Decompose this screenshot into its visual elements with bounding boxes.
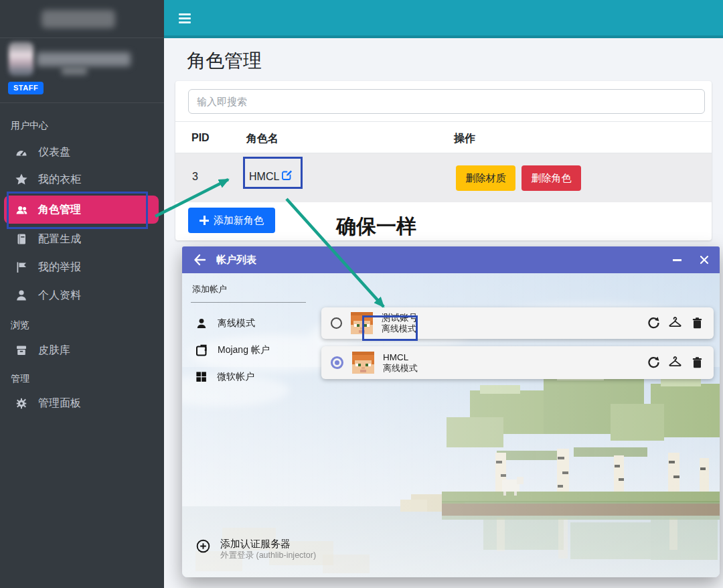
close-icon[interactable] xyxy=(700,255,709,265)
sidebar-item-label: 配置生成 xyxy=(38,232,81,246)
sidebar: STAFF 用户中心 仪表盘 我的衣柜 角色管理 xyxy=(0,0,164,588)
window-titlebar[interactable]: 帐户列表 xyxy=(182,246,720,273)
account-text: 测试账号 离线模式 xyxy=(382,312,418,334)
account-mode: 离线模式 xyxy=(382,323,418,334)
sidebar-item-profile[interactable]: 个人资料 xyxy=(0,282,164,309)
sidebar-item-label: 我的衣柜 xyxy=(38,173,81,187)
delete-player-button[interactable]: 删除角色 xyxy=(521,165,581,191)
sidebar-item-skin-library[interactable]: 皮肤库 xyxy=(0,337,164,364)
delete-player-label: 删除角色 xyxy=(532,172,572,185)
circle-plus-icon xyxy=(195,538,211,554)
account-actions xyxy=(646,356,704,370)
book-icon xyxy=(15,232,28,246)
window-body: 添加帐户 离线模式 Mojang 帐户 xyxy=(182,273,720,577)
mojang-icon xyxy=(195,344,208,357)
sidebar-item-label: 仪表盘 xyxy=(38,145,70,159)
users-icon xyxy=(15,203,28,216)
sidebar-item-label: 个人资料 xyxy=(38,289,81,303)
minecraft-avatar xyxy=(352,352,374,374)
back-arrow-icon[interactable] xyxy=(193,253,208,267)
account-type-offline[interactable]: 离线模式 xyxy=(195,317,255,330)
delete-texture-label: 删除材质 xyxy=(466,172,506,185)
account-type-microsoft[interactable]: 微软帐户 xyxy=(195,370,254,383)
column-header-actions: 操作 xyxy=(454,132,475,146)
sidebar-item-label: 角色管理 xyxy=(38,203,81,217)
gauge-icon xyxy=(15,145,28,159)
add-player-button[interactable]: 添加新角色 xyxy=(188,208,275,233)
sidebar-item-label: 皮肤库 xyxy=(38,344,70,358)
delete-trash-icon[interactable] xyxy=(690,316,704,330)
page-title: 角色管理 xyxy=(187,48,262,74)
person-icon xyxy=(195,317,208,330)
sidebar-section-browse: 浏览 xyxy=(11,319,29,332)
delete-texture-button[interactable]: 删除材质 xyxy=(456,165,515,191)
sidebar-item-closet[interactable]: 我的衣柜 xyxy=(0,166,164,193)
sidebar-item-admin-panel[interactable]: 管理面板 xyxy=(0,390,164,417)
sidebar-section-admin: 管理 xyxy=(11,373,29,385)
column-header-name: 角色名 xyxy=(246,132,278,146)
refresh-icon[interactable] xyxy=(646,356,660,370)
sidebar-item-my-reports[interactable]: 我的举报 xyxy=(0,254,164,281)
user-icon xyxy=(15,289,28,302)
username-blurred xyxy=(37,52,131,66)
sidebar-item-label: 我的举报 xyxy=(38,261,81,275)
sidebar-item-player-management[interactable]: 角色管理 xyxy=(4,196,159,224)
divider xyxy=(191,302,306,303)
account-mode: 离线模式 xyxy=(383,363,418,374)
divider xyxy=(0,102,164,103)
account-name: HMCL xyxy=(383,352,418,363)
screen: STAFF 用户中心 仪表盘 我的衣柜 角色管理 xyxy=(0,0,723,588)
add-auth-server-label: 添加认证服务器 xyxy=(220,537,316,550)
minimize-icon[interactable] xyxy=(673,259,681,261)
minecraft-avatar xyxy=(351,312,373,334)
windows-icon xyxy=(195,370,208,383)
authlib-injector-subtext: 外置登录 (authlib-injector) xyxy=(220,550,316,561)
account-name: 测试账号 xyxy=(382,312,418,323)
sidebar-section-user-center: 用户中心 xyxy=(11,120,48,132)
account-row-test[interactable]: 测试账号 离线模式 xyxy=(321,307,714,339)
delete-trash-icon[interactable] xyxy=(690,356,704,370)
account-type-label: 离线模式 xyxy=(218,317,255,329)
archive-box-icon xyxy=(15,344,28,357)
hamburger-menu-icon[interactable] xyxy=(179,13,191,25)
add-player-label: 添加新角色 xyxy=(214,214,264,227)
cell-player-name: HMCL xyxy=(249,171,279,183)
skin-hanger-icon[interactable] xyxy=(668,356,682,370)
gear-icon xyxy=(15,396,28,410)
annotation-note: 确保一样 xyxy=(336,213,416,240)
account-type-label: 微软帐户 xyxy=(217,371,254,383)
sidebar-item-label: 管理面板 xyxy=(38,396,81,411)
sidebar-item-dashboard[interactable]: 仪表盘 xyxy=(0,139,164,165)
account-type-label: Mojang 帐户 xyxy=(218,344,270,356)
user-avatar-blurred xyxy=(9,42,33,76)
cell-pid: 3 xyxy=(192,171,198,183)
account-text: HMCL 离线模式 xyxy=(383,352,418,374)
skin-hanger-icon[interactable] xyxy=(668,316,682,330)
brand-logo-blurred[interactable] xyxy=(42,10,115,28)
star-icon xyxy=(15,173,28,186)
divider xyxy=(0,38,164,38)
radio-selected[interactable] xyxy=(331,356,343,369)
window-title: 帐户列表 xyxy=(216,254,256,267)
search-input[interactable] xyxy=(188,89,705,114)
account-actions xyxy=(646,316,704,330)
column-header-pid: PID xyxy=(191,132,210,144)
add-auth-server-text: 添加认证服务器 外置登录 (authlib-injector) xyxy=(220,537,316,561)
account-type-mojang[interactable]: Mojang 帐户 xyxy=(195,344,270,357)
sidebar-item-config-generator[interactable]: 配置生成 xyxy=(0,226,164,252)
add-auth-server-row[interactable]: 添加认证服务器 外置登录 (authlib-injector) xyxy=(195,537,316,561)
edit-name-icon[interactable] xyxy=(281,169,293,181)
staff-badge: STAFF xyxy=(8,82,44,94)
user-subtext-blurred xyxy=(62,66,87,75)
hmcl-account-window: 帐户列表 xyxy=(182,246,720,577)
divider xyxy=(175,121,712,122)
plus-icon xyxy=(199,216,209,225)
add-account-label: 添加帐户 xyxy=(192,283,227,295)
account-row-hmcl[interactable]: HMCL 离线模式 xyxy=(321,346,714,379)
topbar xyxy=(164,0,723,38)
flag-icon xyxy=(15,261,28,274)
refresh-icon[interactable] xyxy=(646,316,660,330)
radio-unselected[interactable] xyxy=(331,317,342,329)
